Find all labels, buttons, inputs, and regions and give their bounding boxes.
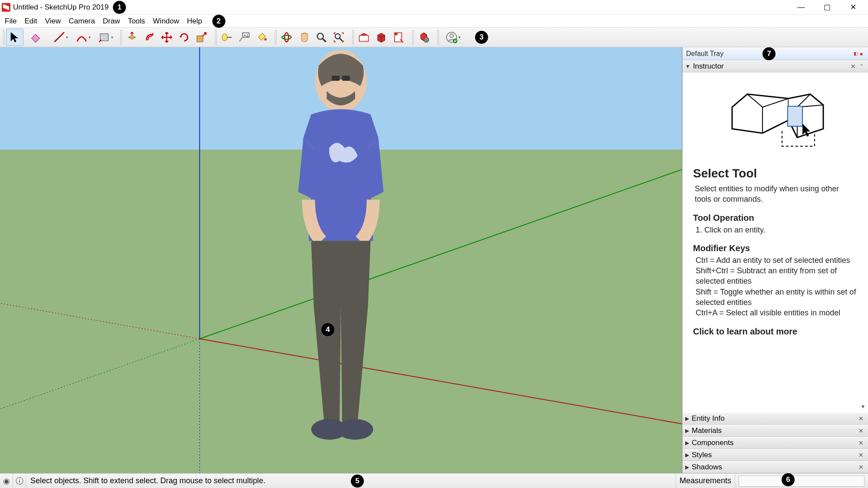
instructor-tool-desc: Select entities to modify when using oth… [693,183,858,205]
panel-styles-header[interactable]: ▶ Styles ✕ [683,449,868,461]
toolbar-grip-6[interactable] [412,30,414,45]
collapse-icon: ▶ [685,452,689,458]
toolbar-grip-7[interactable] [437,30,439,45]
rectangle-tool[interactable] [93,29,116,46]
panel-close-icon[interactable]: ✕ [857,452,865,459]
menu-edit[interactable]: Edit [20,16,41,26]
dropdown-icon[interactable]: ▼ [861,403,865,410]
svg-point-11 [424,37,429,43]
panel-close-icon[interactable]: ✕ [857,439,865,446]
panel-entity-label: Entity Info [692,414,725,423]
callout-2: 2 [212,15,225,28]
toolbar-grip[interactable] [3,30,5,45]
svg-rect-1 [197,36,203,42]
tape-measure-tool[interactable] [218,29,235,46]
extension-manager-tool[interactable] [415,29,432,46]
panel-close-icon[interactable]: ✕ [857,464,865,471]
status-hint: Select objects. Shift to extend select. … [26,476,347,485]
viewport-3d[interactable]: 4 [0,47,682,473]
scale-figure [0,47,682,473]
rotate-tool[interactable] [175,29,193,46]
paint-bucket-tool[interactable] [253,29,270,46]
credits-icon[interactable]: ⓘ [13,474,26,488]
title-bar: Untitled - SketchUp Pro 2019 1 — ▢ ✕ [0,0,868,15]
line-tool[interactable] [48,29,70,46]
panel-shadows-header[interactable]: ▶ Shadows ✕ [683,461,868,473]
instructor-mod-shift: Shift = Toggle whether an entity is with… [696,287,858,308]
panel-styles-label: Styles [692,451,712,459]
instructor-panel: Select Tool Select entities to modify wh… [683,72,868,413]
collapse-icon: ▶ [685,416,689,422]
instructor-mod-ctrl: Ctrl = Add an entity to set of selected … [696,255,858,265]
toolbar-grip-2[interactable] [120,30,122,45]
panel-collapse-icon[interactable]: ⌃ [858,63,865,69]
text-tool[interactable]: A1 [235,29,253,46]
toolbar-grip-5[interactable] [352,30,354,45]
callout-6: 6 [782,473,795,486]
toolbar-grip-3[interactable] [215,30,217,45]
instructor-mod-ctrla: Ctrl+A = Select all visible entities in … [696,308,858,318]
panel-materials-header[interactable]: ▶ Materials ✕ [683,425,868,437]
menu-draw[interactable]: Draw [99,16,124,26]
panel-components-header[interactable]: ▶ Components ✕ [683,437,868,449]
pan-tool[interactable] [295,29,313,46]
user-account-tool[interactable] [440,29,463,46]
collapse-icon: ▶ [685,440,689,446]
zoom-extents-tool[interactable] [330,29,347,46]
orbit-tool[interactable] [278,29,295,46]
tray-pin-icon[interactable]: ◧ [854,51,858,56]
tray-title-bar[interactable]: Default Tray 7 ◧ ■ [683,47,868,60]
close-button[interactable]: ✕ [840,0,866,15]
layout-tool[interactable] [390,29,407,46]
measurements-input[interactable] [739,475,865,487]
panel-components-label: Components [692,439,733,447]
menu-window[interactable]: Window [149,16,183,26]
menu-bar: File Edit View Camera Draw Tools Window … [0,15,868,27]
pushpull-tool[interactable] [123,29,141,46]
select-tool[interactable] [6,29,23,46]
callout-3: 3 [475,31,488,44]
status-bar: ◉ ⓘ Select objects. Shift to extend sele… [0,473,868,488]
offset-tool[interactable] [141,29,158,46]
move-tool[interactable] [158,29,175,46]
geolocation-icon[interactable]: ◉ [0,474,13,488]
instructor-learn-more[interactable]: Click to learn about more [693,326,858,337]
svg-point-27 [337,419,373,440]
tray-close-icon[interactable]: ■ [860,51,863,56]
svg-text:A1: A1 [244,33,248,38]
zoom-tool[interactable] [313,29,330,46]
menu-view[interactable]: View [41,16,65,26]
maximize-button[interactable]: ▢ [814,0,840,15]
menu-file[interactable]: File [1,16,20,26]
svg-point-6 [282,35,291,39]
menu-camera[interactable]: Camera [65,16,99,26]
callout-7: 7 [762,47,776,60]
eraser-tool[interactable] [27,29,44,46]
default-tray: Default Tray 7 ◧ ■ ▼ Instructor ✕ ⌃ [682,47,868,473]
callout-4: 4 [321,323,334,336]
panel-instructor-header[interactable]: ▼ Instructor ✕ ⌃ [683,60,868,72]
measurements-label: Measurements [676,474,735,488]
svg-rect-24 [332,75,340,81]
scale-tool[interactable] [193,29,210,46]
svg-point-2 [222,34,228,41]
arc-tool[interactable] [70,29,93,46]
menu-help[interactable]: Help [183,16,206,26]
panel-entity-header[interactable]: ▶ Entity Info ✕ [683,413,868,425]
instructor-mod-shiftctrl: Shift+Ctrl = Subtract an entity from set… [696,265,858,287]
svg-rect-28 [788,106,802,126]
panel-close-icon[interactable]: ✕ [857,427,865,434]
panel-instructor-label: Instructor [693,62,724,71]
toolbar-grip-4[interactable] [275,30,277,45]
instructor-op-head: Tool Operation [693,212,858,224]
3d-warehouse-tool[interactable] [355,29,373,46]
svg-point-5 [264,38,267,41]
extension-warehouse-tool[interactable] [373,29,390,46]
instructor-mod-head: Modifier Keys [693,242,858,254]
minimize-button[interactable]: — [788,0,814,15]
svg-rect-25 [342,75,350,81]
menu-tools[interactable]: Tools [124,16,149,26]
panel-close-icon[interactable]: ✕ [849,63,858,70]
app-icon [2,3,10,12]
panel-close-icon[interactable]: ✕ [857,415,865,422]
